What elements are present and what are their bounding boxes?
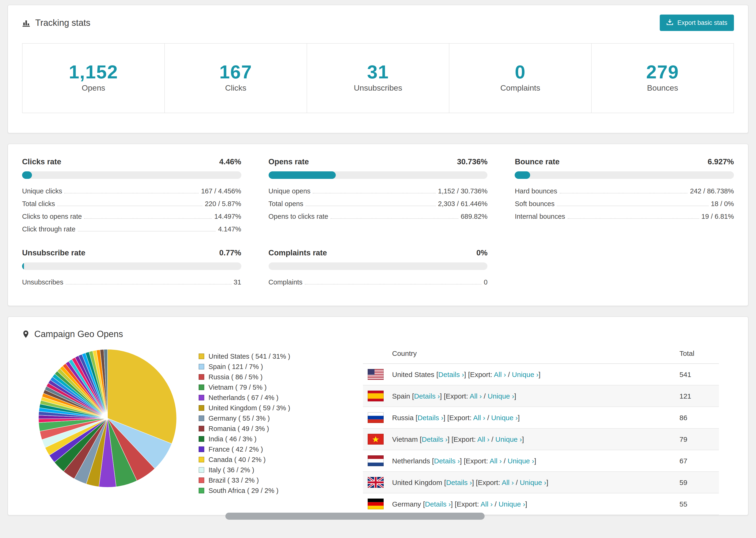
stat-label: Clicks [165,83,307,93]
export-unique-link-united-states[interactable]: Unique › [512,370,538,378]
export-prefix: Export: [449,413,473,422]
flag-cell-germany [363,493,388,515]
stat-line-value: 689.82% [460,213,488,220]
stat-line-label: Soft bounces [515,200,555,207]
geo-row-germany: Germany [Details ›] [Export: All › / Uni… [363,493,719,515]
dotted-leader [305,284,481,285]
export-unique-link-spain[interactable]: Unique › [488,392,514,400]
stat-value: 167 [165,62,307,82]
stat-value: 0 [449,62,591,82]
export-prefix: Export: [478,478,502,486]
export-unique-link-germany[interactable]: Unique › [499,500,525,508]
flag-nl-icon [368,456,384,466]
flag-es-icon [368,391,384,402]
export-all-link-vietnam[interactable]: All › [477,435,490,443]
stat-bounces: 279Bounces [591,44,733,113]
dotted-leader [84,218,212,219]
page: Tracking stats Export basic stats 1,152O… [0,0,756,538]
legend-swatch [199,477,204,483]
details-link-vietnam[interactable]: Details › [422,435,448,443]
stat-line-unique-clicks: Unique clicks167 / 4.456% [22,187,241,195]
legend-swatch [199,405,204,411]
stat-complaints: 0Complaints [449,44,591,113]
country-name: United Kingdom [392,478,442,486]
legend-label: Germany ( 55 / 3% ) [208,414,270,422]
country-name: United States [392,370,434,378]
stat-line-value: 4.147% [218,225,241,233]
campaign-geo-opens-card: Campaign Geo Opens United States ( 541 /… [8,316,748,515]
geo-opens-pie-chart [37,348,178,491]
country-name: Netherlands [392,457,430,465]
export-unique-link-vietnam[interactable]: Unique › [495,435,522,443]
geo-header: Campaign Geo Opens [8,329,748,340]
stat-line-unique-opens: Unique opens1,152 / 30.736% [268,187,487,195]
rate-block-bounce-rate: Bounce rate6.927%Hard bounces242 / 86.73… [515,157,734,233]
geo-title-text: Campaign Geo Opens [34,329,123,340]
export-unique-link-united-kingdom[interactable]: Unique › [520,478,546,486]
geo-total-netherlands: 67 [676,450,719,471]
export-all-link-netherlands[interactable]: All › [490,457,502,465]
geo-row-united-kingdom: United Kingdom [Details ›] [Export: All … [363,471,719,493]
tracking-stats-title: Tracking stats [22,18,90,28]
dotted-leader [567,218,699,219]
details-link-russia[interactable]: Details › [417,413,443,422]
stat-line-value: 14.497% [214,213,242,220]
export-all-link-germany[interactable]: All › [481,500,493,508]
export-all-link-russia[interactable]: All › [473,413,485,422]
flag-cell-united-states [363,364,388,385]
rate-block-complaints-rate: Complaints rate0%Complaints0 [268,248,487,286]
export-all-link-united-kingdom[interactable]: All › [502,478,514,486]
details-link-united-kingdom[interactable]: Details › [446,478,472,486]
export-prefix: Export: [457,500,481,508]
geo-table-header-row: Country Total [363,343,719,364]
legend-swatch [199,374,204,380]
stat-value: 279 [592,62,733,82]
stat-line-click-through-rate: Click through rate4.147% [22,225,241,233]
flag-gb-icon [368,477,384,488]
country-cell-vietnam: Vietnam [Details ›] [Export: All › / Uni… [388,428,676,450]
dotted-leader [78,231,216,232]
export-basic-stats-button[interactable]: Export basic stats [660,15,734,31]
progress-bar [22,171,241,179]
legend-swatch [199,467,204,473]
stat-label: Unsubscribes [307,83,449,93]
export-unique-link-russia[interactable]: Unique › [491,413,518,422]
stat-line-label: Internal bounces [515,213,565,220]
dotted-leader [313,193,436,193]
flag-de-icon [368,499,384,510]
stat-line-label: Complaints [268,278,302,286]
stat-line-value: 2,303 / 61.446% [438,200,487,207]
progress-bar [268,262,487,270]
legend-label: Netherlands ( 67 / 4% ) [208,394,279,402]
stat-line-unsubscribes: Unsubscribes31 [22,278,241,286]
geo-table-wrap: Country Total United States [Details ›] … [363,343,719,515]
rate-block-unsubscribe-rate: Unsubscribe rate0.77%Unsubscribes31 [22,248,241,286]
export-unique-link-netherlands[interactable]: Unique › [508,457,534,465]
stat-line-clicks-to-opens-rate: Clicks to opens rate14.497% [22,213,241,220]
horizontal-scrollbar-thumb[interactable] [225,512,485,520]
export-all-link-united-states[interactable]: All › [494,370,506,378]
legend-swatch [199,364,204,369]
pie-chart-svg [37,348,178,489]
stat-label: Bounces [592,83,733,93]
details-link-united-states[interactable]: Details › [438,370,464,378]
details-link-germany[interactable]: Details › [425,500,451,508]
rate-value: 6.927% [708,157,734,166]
country-name: Russia [392,413,414,422]
legend-item-italy: Italy ( 36 / 2% ) [199,466,344,474]
details-link-netherlands[interactable]: Details › [434,457,460,465]
export-all-link-spain[interactable]: All › [469,392,482,400]
stat-unsubscribes: 31Unsubscribes [307,44,449,113]
flag-ru-icon [368,412,384,423]
tracking-stats-header: Tracking stats Export basic stats [22,15,734,31]
rate-value: 30.736% [457,157,487,166]
rate-value: 0% [476,248,488,257]
dotted-leader [66,284,231,285]
legend-item-brazil: Brazil ( 33 / 2% ) [199,476,344,484]
legend-swatch [199,385,204,390]
details-link-spain[interactable]: Details › [414,392,440,400]
country-name: Spain [392,392,410,400]
export-icon [667,19,674,27]
tracking-stats-title-text: Tracking stats [35,18,90,28]
dotted-leader [560,193,688,193]
